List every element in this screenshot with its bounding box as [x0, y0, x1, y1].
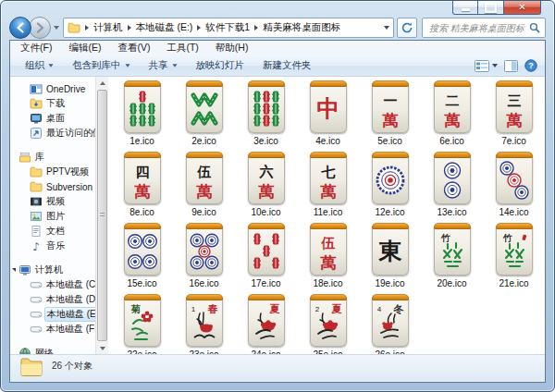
toolbar-button[interactable]: 组织 [16, 59, 63, 72]
file-name-label: 3e.ico [253, 136, 278, 146]
toolbar-button[interactable]: 放映幻灯片 [187, 59, 254, 72]
sidebar-scrollbar[interactable] [95, 77, 108, 354]
sidebar-item[interactable]: 计算机 [10, 263, 95, 277]
file-item[interactable]: 東19e.ico [359, 221, 421, 292]
sidebar-item[interactable]: 下载 [10, 96, 95, 111]
breadcrumb-separator-icon [197, 25, 201, 31]
computer-icon [18, 263, 31, 276]
scrollbar-thumb[interactable] [97, 90, 107, 341]
file-item[interactable]: 4冬26e.ico [359, 292, 421, 354]
sidebar-item[interactable]: Subversion [10, 179, 95, 194]
menu-item[interactable]: 编辑(E) [60, 42, 109, 55]
file-item[interactable]: 七萬11e.ico [297, 150, 359, 221]
back-button[interactable] [9, 17, 31, 39]
tile-top-edge [372, 294, 409, 300]
file-item[interactable]: 3e.ico [235, 79, 297, 150]
file-item[interactable]: 2e.ico [173, 79, 235, 150]
menu-item[interactable]: 查看(V) [109, 42, 158, 55]
sidebar-item-label: Subversion [46, 182, 92, 192]
menu-item[interactable]: 帮助(H) [207, 42, 257, 55]
refresh-icon [401, 21, 413, 34]
sidebar-item[interactable]: 本地磁盘 (E:) [10, 307, 95, 322]
file-item[interactable]: 13e.ico [421, 150, 483, 221]
sidebar-item[interactable]: 最近访问的位置 [10, 126, 95, 141]
sidebar-item[interactable]: 本地磁盘 (D:) [10, 292, 95, 307]
svg-text:♪: ♪ [32, 240, 40, 253]
file-item[interactable]: 伍萬18e.ico [297, 221, 359, 292]
tile-top-edge [186, 294, 223, 300]
forward-button[interactable] [29, 17, 51, 39]
mahjong-tile-icon [124, 80, 161, 133]
sidebar-item[interactable]: 图片 [10, 209, 95, 224]
sidebar-item[interactable]: OneDrive [10, 81, 95, 96]
file-item[interactable]: 15e.ico [111, 221, 173, 292]
file-name-label: 16e.ico [189, 278, 218, 288]
tile-face [127, 230, 158, 276]
file-item[interactable]: 夏24e.ico [235, 292, 297, 354]
file-item[interactable]: 2夏25e.ico [297, 292, 359, 354]
file-item[interactable]: 伍萬9e.ico [173, 150, 235, 221]
sidebar-item[interactable]: ♪音乐 [10, 239, 95, 253]
views-button[interactable] [475, 60, 498, 72]
file-item[interactable]: 二萬6e.ico [421, 79, 483, 150]
file-item[interactable]: 1春23e.ico [173, 292, 235, 354]
file-item[interactable]: 16e.ico [173, 221, 235, 292]
svg-text:萬: 萬 [443, 112, 460, 129]
sidebar-item[interactable]: 文档 [10, 224, 95, 239]
tile-top-edge [496, 80, 533, 87]
file-item[interactable]: 竹20e.ico [421, 221, 483, 292]
file-item[interactable]: 17e.ico [235, 221, 297, 292]
sidebar-item[interactable]: 桌面 [10, 111, 95, 126]
breadcrumb-item[interactable]: 本地磁盘 (E:) [136, 21, 193, 34]
file-name-label: 11e.ico [314, 207, 343, 217]
address-dropdown-chevron-icon[interactable] [384, 26, 389, 30]
file-item[interactable]: 竹21e.ico [483, 221, 545, 292]
sidebar-item[interactable]: 网络 [10, 346, 95, 354]
menu-item[interactable]: 工具(T) [158, 42, 206, 55]
minimize-button[interactable] [452, 1, 478, 15]
search-input[interactable] [427, 22, 529, 34]
tile-face: 伍萬 [313, 230, 344, 276]
toolbar-button[interactable]: 包含到库中 [63, 59, 140, 72]
menu-item[interactable]: 文件(F) [12, 42, 60, 55]
file-item[interactable]: 菊22e.ico [111, 292, 173, 354]
preview-pane-button[interactable] [504, 60, 518, 72]
file-item[interactable]: 12e.ico [359, 150, 421, 221]
maximize-button[interactable] [478, 1, 503, 15]
expander-triangle-icon[interactable] [12, 268, 16, 272]
search-box[interactable] [422, 18, 546, 38]
sidebar-item[interactable]: 库 [10, 150, 95, 165]
toolbar-button[interactable]: 共享 [140, 59, 187, 72]
sidebar-item[interactable]: 本地磁盘 (C:) [10, 277, 95, 292]
breadcrumb-item[interactable]: 精美麻将桌面图标 [263, 21, 340, 34]
scroll-down-button[interactable] [96, 342, 108, 354]
file-item[interactable]: 四萬8e.ico [111, 150, 173, 221]
tile-top-edge [186, 80, 223, 87]
mahjong-tile-icon [186, 223, 223, 276]
scroll-up-button[interactable] [96, 77, 108, 89]
refresh-button[interactable] [397, 18, 417, 38]
caption-buttons: ✕ [452, 1, 541, 15]
breadcrumb-item[interactable]: 计算机 [93, 21, 123, 34]
file-item[interactable]: 中4e.ico [297, 79, 359, 150]
breadcrumb-item[interactable]: 软件下载1 [205, 21, 250, 34]
file-item[interactable]: 三萬7e.ico [483, 79, 545, 150]
close-button[interactable]: ✕ [503, 1, 541, 15]
tile-top-edge [372, 152, 409, 158]
sidebar-item[interactable]: 视频 [10, 194, 95, 209]
file-item[interactable]: 14e.ico [483, 150, 545, 221]
sidebar-item[interactable]: 本地磁盘 (F:) [10, 322, 95, 337]
tile-face: 4冬 [375, 301, 406, 348]
help-button[interactable]: ? [524, 59, 537, 72]
file-item[interactable]: 1e.ico [111, 79, 173, 150]
sidebar-item[interactable]: PPTV视频 [10, 165, 95, 179]
file-item[interactable]: 一萬5e.ico [359, 79, 421, 150]
sidebar-item-label: 本地磁盘 (E:) [44, 307, 95, 322]
toolbar-button[interactable]: 新建文件夹 [253, 59, 321, 72]
history-chevron-icon[interactable] [54, 26, 59, 30]
tile-top-edge [372, 80, 409, 87]
breadcrumb: 计算机本地磁盘 (E:)软件下载1精美麻将桌面图标 [80, 18, 340, 37]
svg-text:春: 春 [206, 303, 218, 314]
address-bar[interactable]: 计算机本地磁盘 (E:)软件下载1精美麻将桌面图标 [63, 18, 394, 38]
file-item[interactable]: 六萬10e.ico [235, 150, 297, 221]
